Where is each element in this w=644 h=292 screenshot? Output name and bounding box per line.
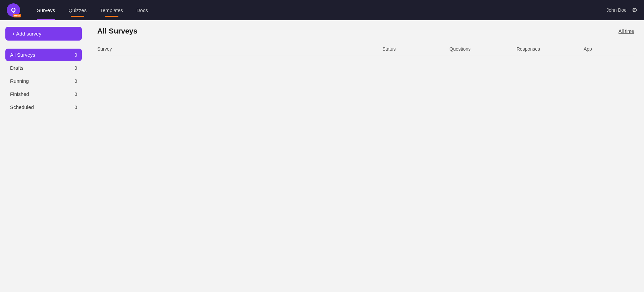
- sidebar-item-drafts[interactable]: Drafts0: [5, 62, 82, 74]
- logo-initial: Q: [11, 7, 16, 14]
- table-col-questions: Questions: [449, 46, 517, 52]
- sidebar-item-label-finished: Finished: [10, 91, 29, 97]
- sidebar-item-count-running: 0: [74, 78, 77, 84]
- settings-icon[interactable]: ⚙: [632, 6, 637, 14]
- sidebar-item-label-scheduled: Scheduled: [10, 104, 34, 110]
- sidebar-item-scheduled[interactable]: Scheduled0: [5, 101, 82, 113]
- table-container: SurveyStatusQuestionsResponsesApp: [97, 42, 634, 56]
- main-content: All Surveys All time SurveyStatusQuestio…: [87, 20, 644, 292]
- nav-item-surveys[interactable]: Surveys: [30, 0, 62, 20]
- sidebar-item-count-scheduled: 0: [74, 105, 77, 110]
- sidebar-nav: All Surveys0Drafts0Running0Finished0Sche…: [5, 49, 82, 113]
- page-title: All Surveys: [97, 27, 138, 36]
- sidebar-item-count-all-surveys: 0: [74, 52, 77, 58]
- nav-item-quizzes[interactable]: Quizzes: [62, 0, 93, 20]
- table-col-status: Status: [382, 46, 449, 52]
- table-header: SurveyStatusQuestionsResponsesApp: [97, 42, 634, 56]
- sidebar-item-count-drafts: 0: [74, 65, 77, 71]
- navbar-right: John Doe ⚙: [606, 6, 637, 14]
- add-survey-button[interactable]: + Add survey: [5, 27, 82, 41]
- sidebar-item-running[interactable]: Running0: [5, 75, 82, 87]
- table-col-app: App: [584, 46, 634, 52]
- sidebar-item-label-running: Running: [10, 78, 29, 84]
- nav-item-docs[interactable]: Docs: [130, 0, 155, 20]
- filter-link[interactable]: All time: [619, 28, 634, 34]
- username: John Doe: [606, 7, 627, 13]
- main-header: All Surveys All time: [97, 27, 634, 36]
- table-col-responses: Responses: [517, 46, 584, 52]
- logo[interactable]: Q beta: [7, 3, 20, 17]
- sidebar-item-all-surveys[interactable]: All Surveys0: [5, 49, 82, 61]
- table-col-survey: Survey: [97, 46, 382, 52]
- layout: + Add survey All Surveys0Drafts0Running0…: [0, 20, 644, 292]
- sidebar-item-label-drafts: Drafts: [10, 65, 23, 71]
- navbar: Q beta SurveysQuizzesTemplatesDocs John …: [0, 0, 644, 20]
- sidebar-item-label-all-surveys: All Surveys: [10, 52, 35, 58]
- sidebar-item-count-finished: 0: [74, 92, 77, 97]
- nav-item-templates[interactable]: Templates: [93, 0, 129, 20]
- sidebar: + Add survey All Surveys0Drafts0Running0…: [0, 20, 87, 292]
- logo-badge: beta: [13, 14, 21, 17]
- navbar-nav: SurveysQuizzesTemplatesDocs: [30, 0, 606, 20]
- sidebar-item-finished[interactable]: Finished0: [5, 88, 82, 100]
